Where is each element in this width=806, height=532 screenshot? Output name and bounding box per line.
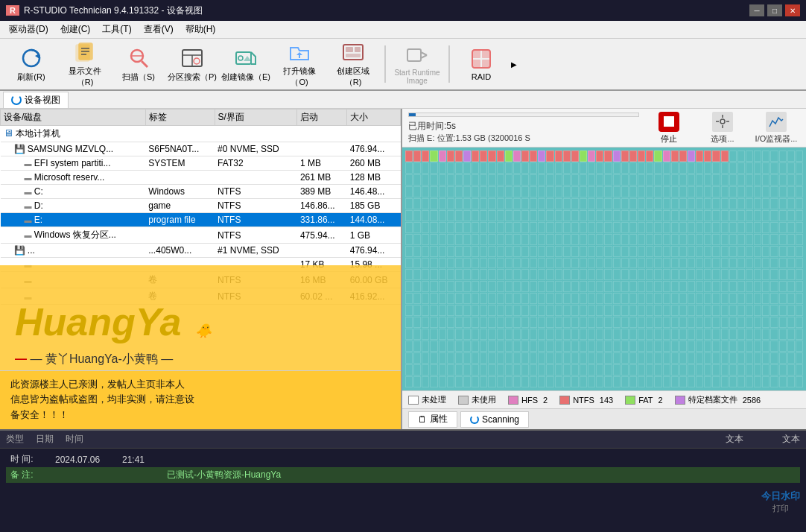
grid-cell (463, 269, 471, 280)
table-row[interactable]: ▬ 17 KB 15.98 ... (1, 258, 401, 272)
menu-help[interactable]: 帮助(H) (180, 22, 222, 37)
device-view-tab[interactable]: 设备视图 (3, 92, 69, 108)
grid-cell (654, 352, 661, 364)
toolbar-scan[interactable]: 扫描（S) (113, 41, 164, 87)
grid-cell (696, 317, 703, 328)
grid-cell (497, 198, 504, 209)
grid-cell (405, 258, 413, 269)
io-monitor-button[interactable]: I/O监视器... (752, 112, 800, 145)
grid-cell (770, 186, 778, 197)
options-button[interactable]: 选项... (699, 112, 746, 145)
menu-create[interactable]: 创建(C) (54, 22, 97, 37)
toolbar-open-image[interactable]: 打升镜像（O) (274, 41, 325, 87)
toolbar-create-region[interactable]: 创建区域（R) (328, 41, 378, 87)
grid-cell (663, 305, 670, 316)
grid-cell (754, 210, 761, 221)
table-row[interactable]: 💾 ... ...405W0... #1 NVME, SSD 476.94... (1, 244, 401, 258)
grid-cell (488, 186, 495, 197)
toolbar-expand-btn[interactable]: ▶ (511, 60, 517, 69)
grid-cell (580, 234, 587, 245)
grid-cell (712, 246, 720, 257)
table-row[interactable]: ▬ Microsoft reserv... 261 MB 128 MB (1, 171, 401, 185)
properties-button[interactable]: 🗒 属性 (408, 411, 457, 428)
toolbar-refresh[interactable]: 刷新(R) (6, 41, 57, 87)
log-type-time: 时 间: (6, 452, 51, 467)
table-row[interactable]: 💾 SAMSUNG MZVLQ... S6F5NA0T... #0 NVME, … (1, 142, 401, 156)
stop-button[interactable]: 停止 (645, 112, 693, 145)
grid-cell (405, 317, 413, 328)
grid-cell (488, 174, 495, 186)
scanning-label: Scanning (482, 414, 519, 425)
grid-cell (413, 234, 421, 245)
grid-cell (770, 258, 778, 269)
log-time-time: 21:41 (118, 452, 162, 467)
scan-grid-area (402, 148, 806, 390)
table-row[interactable]: ▬ EFI system partiti... SYSTEM FAT32 1 M… (1, 156, 401, 171)
maximize-button[interactable]: □ (767, 4, 782, 16)
grid-cell (488, 198, 495, 209)
grid-cell (546, 281, 553, 292)
table-row[interactable]: ▬ Windows 恢复分区... NTFS 475.94... 1 GB (1, 227, 401, 244)
cell-label: program file (145, 213, 215, 227)
grid-cell (571, 246, 579, 257)
minimize-button[interactable]: ─ (749, 4, 764, 16)
menu-drive[interactable]: 驱动器(D) (3, 22, 54, 37)
grid-cell (613, 329, 621, 340)
grid-cell (455, 376, 463, 387)
grid-cell (546, 317, 553, 328)
grid-cell (770, 269, 778, 280)
grid-cell (596, 198, 603, 209)
grid-cell (621, 376, 629, 387)
toolbar-open-image-label: 打升镜像（O) (275, 66, 324, 88)
log-content: 时 间: 2024.07.06 21:41 备 注: 已测试-小黄鸭资源-Hua… (0, 449, 806, 532)
grid-cell (447, 186, 454, 197)
grid-cell (629, 317, 637, 328)
table-row[interactable]: 🖥 本地计算机 (1, 126, 401, 142)
grid-cell (770, 234, 778, 245)
grid-cell (505, 364, 513, 376)
grid-cell (796, 186, 803, 197)
toolbar-raid-label: RAID (472, 72, 491, 81)
svg-rect-30 (482, 60, 490, 68)
grid-cell (787, 269, 795, 280)
grid-cell (679, 269, 687, 280)
grid-cell (721, 198, 729, 209)
cell-label: 卷 (145, 272, 215, 288)
toolbar-partition-search[interactable]: 分区搜索（P) (167, 41, 218, 87)
grid-cell (712, 329, 720, 340)
menu-tools[interactable]: 工具(T) (96, 22, 137, 37)
table-row[interactable]: ▬ E: program file NTFS 331.86... 144.08.… (1, 213, 401, 227)
stop-icon (659, 112, 679, 132)
grid-cell (555, 364, 562, 376)
grid-cell (604, 341, 612, 352)
grid-cell (580, 305, 587, 316)
grid-cell (472, 258, 479, 269)
grid-cell (463, 293, 471, 304)
scanning-button[interactable]: Scanning (460, 411, 529, 428)
grid-cell (671, 198, 679, 209)
grid-cell (596, 329, 603, 340)
grid-cell (721, 174, 729, 186)
grid-cell (588, 293, 595, 304)
grid-cell (721, 234, 729, 245)
grid-cell (671, 246, 679, 257)
toolbar-show-files[interactable]: 显示文件（R) (60, 41, 110, 87)
table-row[interactable]: ▬ D: game NTFS 146.86... 185 GB (1, 199, 401, 213)
grid-cell (538, 317, 545, 328)
toolbar-start-runtime[interactable]: Start Runtime Image (392, 41, 442, 87)
grid-cell (654, 210, 661, 221)
grid-cell (787, 281, 795, 292)
legend-row: 未处理 未使用 HFS 2 NTFS 143 F (408, 394, 800, 405)
grid-cell (604, 162, 612, 174)
menu-view[interactable]: 查看(V) (138, 22, 180, 37)
grid-cell (571, 317, 579, 328)
svg-rect-28 (482, 50, 490, 58)
toolbar-raid[interactable]: RAID (456, 41, 507, 87)
grid-cell (530, 269, 537, 280)
table-row[interactable]: ▬ 卷 NTFS 60.02 ... 416.92... (1, 288, 401, 305)
close-button[interactable]: ✕ (785, 4, 800, 16)
table-row[interactable]: ▬ C: Windows NTFS 389 MB 146.48... (1, 185, 401, 199)
toolbar-create-image[interactable]: 创建镜像（E) (220, 41, 271, 87)
table-row[interactable]: ▬ 卷 NTFS 16 MB 60.00 GB (1, 272, 401, 288)
cell-device: ▬ C: (1, 185, 146, 199)
